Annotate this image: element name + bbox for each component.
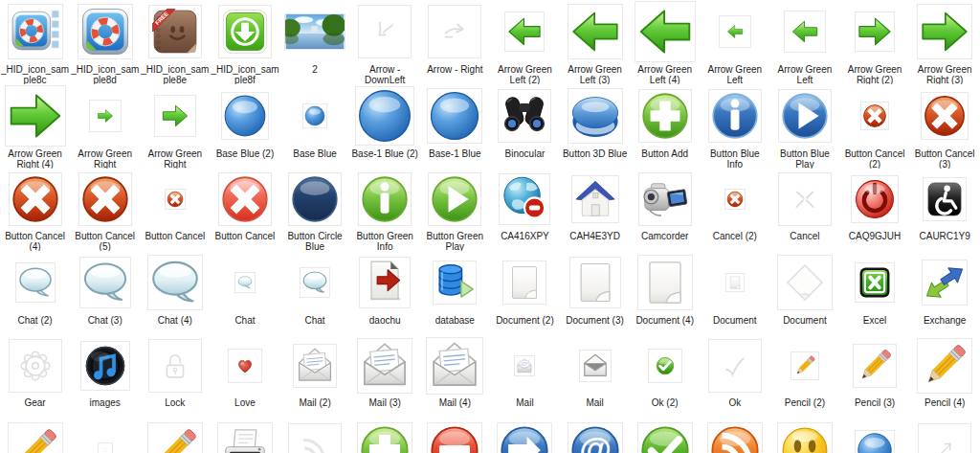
file-tile[interactable]: Arrow Green Left (2): [490, 0, 560, 84]
file-label: Arrow Green Right: [140, 147, 210, 169]
file-tile[interactable]: Button Add: [630, 84, 700, 169]
file-tile[interactable]: Button Cancel (5): [70, 169, 140, 251]
file-tile[interactable]: database: [420, 251, 490, 335]
file-tile[interactable]: Button Cancel (4): [0, 169, 70, 251]
file-tile[interactable]: _HID_icon_sam ple8f: [210, 0, 279, 84]
file-tile[interactable]: [280, 418, 350, 453]
file-icon-area: FREE: [140, 0, 210, 63]
file-tile[interactable]: Base Blue: [280, 84, 350, 169]
file-tile[interactable]: Document (2): [490, 251, 560, 335]
file-icon-area: [280, 169, 350, 230]
file-tile[interactable]: Button Cancel (2): [840, 84, 910, 169]
file-tile[interactable]: [490, 418, 560, 453]
file-tile[interactable]: [700, 418, 769, 453]
file-tile[interactable]: Cancel: [769, 169, 839, 251]
file-icon-area: [0, 0, 70, 63]
file-tile[interactable]: Camcorder: [630, 169, 700, 251]
file-tile[interactable]: Arrow Green Left: [700, 0, 769, 84]
circle-green-info-icon: [358, 172, 412, 226]
file-icon-area: [560, 251, 630, 314]
file-tile[interactable]: Mail (3): [350, 335, 420, 418]
file-tile[interactable]: [630, 418, 700, 453]
file-tile[interactable]: 2: [280, 0, 350, 84]
file-tile[interactable]: Chat (3): [70, 251, 140, 335]
file-tile[interactable]: [840, 418, 910, 453]
file-tile[interactable]: Button 3D Blue: [560, 84, 630, 169]
file-tile[interactable]: [210, 418, 279, 453]
file-tile[interactable]: Arrow Green Right: [140, 84, 210, 169]
file-tile[interactable]: Document: [769, 251, 839, 335]
file-tile[interactable]: Ok (2): [630, 335, 700, 418]
file-tile[interactable]: Button Circle Blue: [280, 169, 350, 251]
file-tile[interactable]: Pencil (4): [910, 335, 980, 418]
file-tile[interactable]: Arrow Green Right (2): [840, 0, 910, 84]
file-tile[interactable]: FREE_HID_icon_sam ple8e: [140, 0, 210, 84]
file-tile[interactable]: Arrow - DownLeft: [350, 0, 420, 84]
file-tile[interactable]: [140, 418, 210, 453]
file-tile[interactable]: Gear: [0, 335, 70, 418]
file-tile[interactable]: Button Cancel: [140, 169, 210, 251]
file-tile[interactable]: Document (4): [630, 251, 700, 335]
file-tile[interactable]: CAURC1Y9: [910, 169, 980, 251]
file-tile[interactable]: Document (3): [560, 251, 630, 335]
file-icon-area: [280, 84, 350, 147]
check-faint-icon: [708, 339, 762, 393]
file-tile[interactable]: Button Cancel: [210, 169, 279, 251]
file-tile[interactable]: Chat (2): [0, 251, 70, 335]
file-tile[interactable]: Exchange: [910, 251, 980, 335]
file-tile[interactable]: Arrow - Right: [420, 0, 490, 84]
file-tile[interactable]: Button Green Play: [420, 169, 490, 251]
file-tile[interactable]: CAQ9GJUH: [840, 169, 910, 251]
file-tile[interactable]: _HID_icon_sam ple8d: [70, 0, 140, 84]
file-tile[interactable]: [420, 418, 490, 453]
file-tile[interactable]: Chat: [210, 251, 279, 335]
file-tile[interactable]: Arrow Green Left: [769, 0, 839, 84]
file-icon-area: [700, 84, 769, 147]
file-tile[interactable]: CAH4E3YD: [560, 169, 630, 251]
file-tile[interactable]: [350, 418, 420, 453]
file-tile[interactable]: daochu: [350, 251, 420, 335]
file-tile[interactable]: Document: [700, 251, 769, 335]
file-tile[interactable]: Chat: [280, 251, 350, 335]
file-tile[interactable]: images: [70, 335, 140, 418]
file-tile[interactable]: Base Blue (2): [210, 84, 279, 169]
file-label: Button Blue Info: [700, 147, 769, 169]
file-tile[interactable]: Lock: [140, 335, 210, 418]
file-tile[interactable]: Mail (4): [420, 335, 490, 418]
file-tile[interactable]: Arrow Green Left (3): [560, 0, 630, 84]
file-label: Button Circle Blue: [280, 230, 350, 251]
file-tile[interactable]: Binocular: [490, 84, 560, 169]
file-tile[interactable]: Ok: [700, 335, 769, 418]
file-tile[interactable]: Button Cancel (3): [910, 84, 980, 169]
file-tile[interactable]: [0, 418, 70, 453]
file-tile[interactable]: [769, 418, 839, 453]
app-download-icon: [218, 5, 272, 58]
file-tile[interactable]: [910, 418, 980, 453]
file-label: Button 3D Blue: [560, 147, 630, 169]
file-tile[interactable]: Pencil (3): [840, 335, 910, 418]
file-tile[interactable]: Mail (2): [280, 335, 350, 418]
file-tile[interactable]: Button Blue Play: [769, 84, 839, 169]
file-tile[interactable]: Button Green Info: [350, 169, 420, 251]
file-tile[interactable]: Base-1 Blue: [420, 84, 490, 169]
file-tile[interactable]: Mail: [490, 335, 560, 418]
file-tile[interactable]: Base-1 Blue (2): [350, 84, 420, 169]
file-tile[interactable]: Arrow Green Right (4): [0, 84, 70, 169]
file-label: Chat (2): [0, 314, 70, 335]
file-tile[interactable]: Mail: [560, 335, 630, 418]
file-tile[interactable]: _HID_icon_sam ple8c: [0, 0, 70, 84]
file-tile[interactable]: Arrow Green Right (3): [910, 0, 980, 84]
file-tile[interactable]: @: [560, 418, 630, 453]
file-tile[interactable]: Arrow Green Right: [70, 84, 140, 169]
file-tile[interactable]: Arrow Green Left (4): [630, 0, 700, 84]
file-tile[interactable]: Love: [210, 335, 279, 418]
file-tile[interactable]: Button Blue Info: [700, 84, 769, 169]
file-tile[interactable]: [70, 418, 140, 453]
file-tile[interactable]: Chat (4): [140, 251, 210, 335]
file-tile[interactable]: CA416XPY: [490, 169, 560, 251]
file-tile[interactable]: Cancel (2): [700, 169, 769, 251]
file-label: _HID_icon_sam ple8c: [0, 63, 70, 84]
file-label: Mail: [560, 396, 630, 418]
file-tile[interactable]: Excel: [840, 251, 910, 335]
file-tile[interactable]: Pencil (2): [769, 335, 839, 418]
